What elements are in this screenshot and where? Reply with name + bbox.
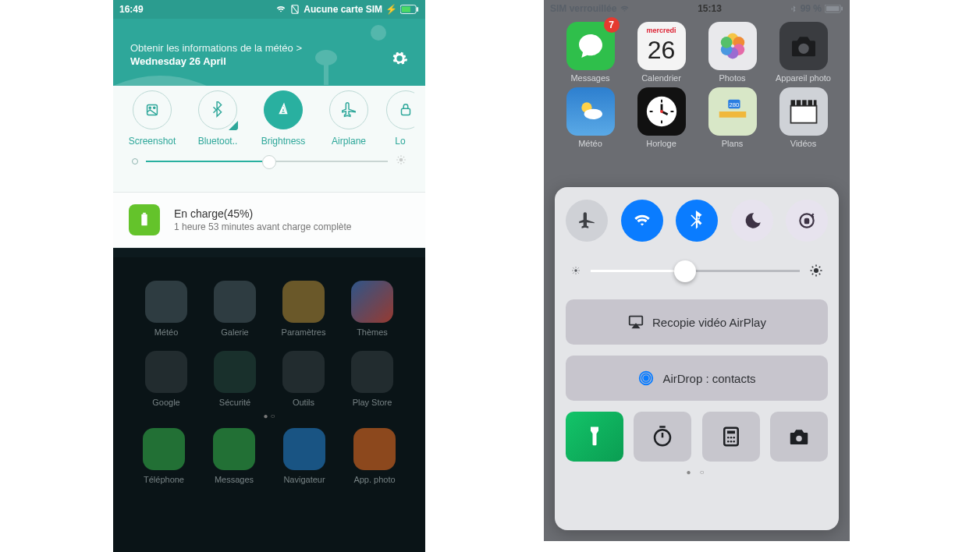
svg-rect-3 xyxy=(417,7,418,12)
app-label: Outils xyxy=(269,398,338,407)
home-app[interactable]: Horloge xyxy=(626,87,697,148)
qs-tile-label: Brightness xyxy=(255,136,311,147)
qs-lock-tile[interactable]: Lo xyxy=(386,90,414,147)
svg-point-41 xyxy=(814,268,818,273)
svg-point-24 xyxy=(798,44,808,54)
airplane-toggle[interactable] xyxy=(566,200,608,242)
svg-rect-13 xyxy=(141,214,147,226)
svg-rect-37 xyxy=(813,100,816,105)
home-app[interactable]: Météo xyxy=(132,281,201,337)
svg-rect-14 xyxy=(143,213,146,214)
home-app[interactable]: 7Messages xyxy=(555,22,626,83)
home-app[interactable]: Google xyxy=(132,351,201,407)
qs-bluetooth-tile[interactable]: Bluetoot.. xyxy=(190,90,246,147)
svg-point-49 xyxy=(727,437,730,439)
airdrop-button[interactable]: AirDrop : contacts xyxy=(566,356,828,401)
airplay-button[interactable]: Recopie vidéo AirPlay xyxy=(566,299,828,345)
svg-text:A: A xyxy=(280,105,286,115)
home-app[interactable]: Paramètres xyxy=(269,281,338,337)
svg-point-51 xyxy=(733,437,735,439)
ios-phone: SIM verrouillée 15:13 99 % 7Messagesmerc… xyxy=(544,0,850,541)
cc-pager: ● ○ xyxy=(566,468,828,476)
svg-rect-17 xyxy=(841,6,843,10)
qs-screenshot-tile[interactable]: Screenshot xyxy=(124,90,180,147)
app-label: Téléphone xyxy=(143,475,185,484)
app-label: Appareil photo xyxy=(768,73,839,83)
home-app[interactable]: Appareil photo xyxy=(768,22,839,83)
svg-rect-33 xyxy=(790,100,795,105)
airplay-icon xyxy=(627,313,644,331)
app-label: Sécurité xyxy=(201,398,269,407)
svg-rect-36 xyxy=(808,100,812,105)
battery-sub: 1 heure 53 minutes avant charge complète xyxy=(174,221,351,232)
home-app[interactable]: 280Plans xyxy=(697,87,768,148)
app-label: Météo xyxy=(132,327,201,337)
svg-rect-35 xyxy=(802,100,807,105)
android-status-bar: 16:49 Aucune carte SIM ⚡ xyxy=(113,0,425,19)
home-app[interactable]: Vidéos xyxy=(768,87,839,148)
timer-button[interactable] xyxy=(634,412,691,462)
svg-point-50 xyxy=(730,437,732,439)
dock-app[interactable]: Navigateur xyxy=(283,428,325,484)
svg-rect-34 xyxy=(796,100,801,105)
app-label: Photos xyxy=(697,73,768,83)
wifi-icon xyxy=(620,4,630,14)
weather-banner[interactable]: Obtenir les informations de la météo > W… xyxy=(113,19,425,86)
charging-icon: ⚡ xyxy=(385,4,397,15)
battery-icon xyxy=(825,5,843,13)
ios-status-bar: SIM verrouillée 15:13 99 % xyxy=(544,0,850,17)
qs-tile-label: Screenshot xyxy=(124,136,180,147)
status-battery-text: 99 % xyxy=(801,3,822,14)
home-app[interactable]: Météo xyxy=(555,87,626,148)
ios-home-dimmed: 7Messagesmercredi26CalendrierPhotosAppar… xyxy=(544,17,850,189)
dock-app[interactable]: Téléphone xyxy=(143,428,185,484)
dock-app[interactable]: App. photo xyxy=(353,428,396,484)
bluetooth-icon xyxy=(790,4,797,14)
rotation-lock-toggle[interactable] xyxy=(786,200,828,242)
home-app[interactable]: Photos xyxy=(697,22,768,83)
home-app[interactable]: Thèmes xyxy=(338,281,407,337)
qs-airplane-tile[interactable]: Airplane xyxy=(321,90,377,147)
svg-point-6 xyxy=(315,50,337,65)
home-app[interactable]: Outils xyxy=(269,351,338,407)
brightness-slider[interactable] xyxy=(113,147,425,168)
svg-point-12 xyxy=(399,158,403,162)
camera-button[interactable] xyxy=(770,412,828,462)
brightness-max-icon xyxy=(809,264,823,278)
home-app[interactable]: Galerie xyxy=(201,281,269,337)
bluetooth-toggle[interactable] xyxy=(676,200,718,242)
brightness-knob[interactable] xyxy=(674,260,696,282)
home-app[interactable]: mercredi26Calendrier xyxy=(626,22,697,83)
home-app[interactable]: Sécurité xyxy=(201,351,269,407)
android-home-dimmed: MétéoGalerieParamètresThèmesGoogleSécuri… xyxy=(113,257,425,552)
app-label: Calendrier xyxy=(626,73,697,83)
svg-rect-11 xyxy=(402,108,410,115)
app-label: Météo xyxy=(555,139,626,148)
svg-point-8 xyxy=(149,107,151,108)
dock-app[interactable]: Messages xyxy=(213,428,255,484)
brightness-min-icon xyxy=(570,265,581,276)
airdrop-label: AirDrop : contacts xyxy=(662,372,755,385)
svg-point-28 xyxy=(660,110,663,113)
app-label: Google xyxy=(132,398,201,407)
status-time: 15:13 xyxy=(630,3,789,14)
status-sim-text: Aucune carte SIM xyxy=(304,4,382,15)
battery-notification[interactable]: En charge(45%) 1 heure 53 minutes avant … xyxy=(113,193,425,248)
home-app[interactable]: Play Store xyxy=(338,351,407,407)
svg-point-55 xyxy=(796,436,802,442)
svg-rect-39 xyxy=(805,219,808,223)
app-label: Messages xyxy=(213,475,255,484)
calculator-button[interactable] xyxy=(702,412,760,462)
dnd-toggle[interactable] xyxy=(731,200,773,242)
banner-line1: Obtenir les informations de la météo > xyxy=(130,42,302,54)
wifi-toggle[interactable] xyxy=(621,200,663,242)
brightness-knob[interactable] xyxy=(262,155,276,169)
svg-rect-2 xyxy=(402,6,410,12)
brightness-slider[interactable] xyxy=(570,264,823,278)
app-label: App. photo xyxy=(353,475,396,484)
wifi-icon xyxy=(275,4,286,15)
gear-icon[interactable] xyxy=(391,50,408,67)
flashlight-button[interactable] xyxy=(566,412,623,462)
svg-rect-16 xyxy=(826,5,840,10)
qs-brightness-tile[interactable]: ABrightness xyxy=(255,90,311,147)
